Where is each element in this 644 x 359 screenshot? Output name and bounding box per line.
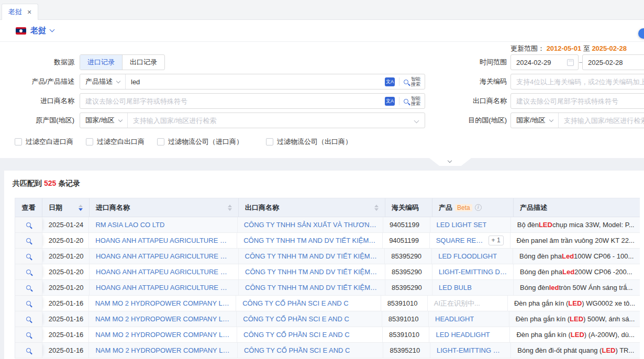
hs-code: 85395290 [385,280,432,295]
tab-laos[interactable]: 老挝 [2,4,38,20]
product-description: Bóng đèn đi-ốt phát quang (LED) TR... [511,343,640,358]
exporter-link[interactable]: CÔNG TY CỔ PHẦN SCI E AND C [243,331,350,339]
country-selector[interactable]: 老挝 [30,26,46,36]
destination-input[interactable] [559,113,644,128]
product-link[interactable]: HEADLIGHT [435,315,474,323]
view-record-icon[interactable] [26,222,31,227]
product-description: Đèn panel âm trần vuông 20W KT 22... [510,233,640,248]
importer-link[interactable]: HOANG ANH ATTAPEU AGRICULTURE DEVE... [95,237,230,244]
importer-link[interactable]: RM ASIA LAO CO LTD [95,221,164,229]
header-importer[interactable]: 进口商名称 [90,198,239,217]
chevron-down-icon [448,159,452,163]
importer-link[interactable]: NAM MO 2 HYDROPOWER COMPANY LIMI... [95,346,230,354]
checkbox-icon[interactable] [266,138,273,145]
filter-checkbox-row: 过滤空白进口商 过滤空白出口商 过滤物流公司（进口商） 过滤物流公司（出口商） [15,137,352,147]
origin-input[interactable] [128,113,415,128]
importer-link[interactable]: NAM MO 2 HYDROPOWER COMPANY LIMI... [95,315,230,323]
checkbox-filter-logistics-exporter[interactable]: 过滤物流公司（出口商） [266,137,352,147]
header-description: 产品描述 [514,198,640,217]
importer-link[interactable]: HOANG ANH ATTAPEU AGRICULTURE DEVE... [96,284,232,291]
view-record-icon[interactable] [26,332,31,337]
checkbox-icon[interactable] [86,138,93,145]
smart-search-button[interactable]: 智能 搜索 [404,96,425,106]
product-link[interactable]: LED FLOODLIGHT [438,252,497,260]
close-icon[interactable] [27,8,31,16]
exporter-link[interactable]: CÔNG TY CỔ PHẦN SCI E AND C [244,346,350,354]
sort-icon-date[interactable] [79,205,83,211]
floating-widget-button[interactable] [638,28,644,39]
table-header-row: 查看 日期 进口商名称 出口商名称 海关编码 产品 Beta 产品描述 [15,198,640,217]
info-icon[interactable] [475,204,482,211]
table-row: 2025-01-20 HOANG ANH ATTAPEU AGRICULTURE… [15,249,640,264]
hs-code-input[interactable] [511,74,644,89]
record-date: 2025-01-20 [42,264,90,279]
header-exporter[interactable]: 出口商名称 [239,198,385,217]
product-link[interactable]: LED BULB [439,284,472,291]
exporter-link[interactable]: CÔNG TY TNHH TM AND DV TIẾT KIỆM NĂ... [243,237,376,244]
product-link[interactable]: LIGHT-EMITTING DIO... [437,346,504,354]
view-record-icon[interactable] [26,238,31,243]
view-record-icon[interactable] [26,285,31,290]
table-row: 2025-01-16 NAM MO 2 HYDROPOWER COMPANY L… [15,343,640,358]
importer-search-box: 智能 搜索 [80,93,425,109]
view-record-icon[interactable] [26,317,31,321]
checkbox-icon[interactable] [157,138,164,145]
date-from-input[interactable] [511,55,567,70]
sort-icon-importer[interactable] [228,205,232,211]
product-search-input[interactable] [126,74,385,89]
exporter-input[interactable] [511,94,644,108]
exporter-link[interactable]: CÔNG TY TNHH TM AND DV TIẾT KIỆM NĂ... [245,284,379,291]
destination-select-box: 国家/地区 [510,113,644,128]
record-date: 2025-01-20 [42,233,89,248]
view-record-icon[interactable] [26,270,31,274]
importer-link[interactable]: HOANG ANH ATTAPEU AGRICULTURE DEVE... [96,268,232,276]
importer-label: 进口商名称 [0,93,74,109]
translate-icon[interactable] [385,77,395,86]
exporter-link[interactable]: CÔNG TY TNHH SẢN XUẤT VÀ THƯƠNG M... [244,221,376,229]
product-field-select[interactable]: 产品描述 [80,74,126,89]
date-to-picker[interactable] [582,54,644,70]
sort-icon-exporter[interactable] [374,205,379,211]
product-link[interactable]: LIGHT-EMITTING DIO... [439,268,507,276]
tab-export-records[interactable]: 出口记录 [122,55,164,70]
destination-type-select[interactable]: 国家/地区 [511,113,559,128]
checkbox-filter-blank-exporter[interactable]: 过滤空白出口商 [86,137,145,147]
more-products-badge[interactable]: + 1 [488,235,504,245]
checkbox-filter-blank-importer[interactable]: 过滤空白进口商 [15,137,73,147]
exporter-link[interactable]: CÔNG TY CỔ PHẦN SCI E AND C [243,315,349,323]
tab-bar: 老挝 [0,0,644,20]
exporter-link[interactable]: CÔNG TY TNHH TM AND DV TIẾT KIỆM NĂ... [245,268,379,276]
checkbox-icon[interactable] [15,138,22,145]
date-to-input[interactable] [583,55,644,70]
origin-type-select[interactable]: 国家/地区 [80,113,128,128]
product-link[interactable]: LED HEADLIGHT [436,331,490,339]
view-record-icon[interactable] [26,301,31,306]
smart-search-button[interactable]: 智能 搜索 [404,76,425,87]
importer-input[interactable] [80,94,385,108]
date-from-picker[interactable] [510,54,579,70]
importer-link[interactable]: NAM MO 2 HYDROPOWER COMPANY LIMI... [95,299,229,307]
product-link[interactable]: SQUARE RECESS... [436,237,485,244]
hs-code: 94051199 [383,217,430,232]
divider [399,77,399,86]
translate-icon[interactable] [385,97,395,106]
checkbox-filter-logistics-importer[interactable]: 过滤物流公司（进口商） [157,137,243,147]
exporter-search-box [510,93,644,109]
tab-import-records[interactable]: 进口记录 [80,55,122,70]
hs-code-label: 海关编码 [434,74,507,89]
importer-link[interactable]: HOANG ANH ATTAPEU AGRICULTURE DEVE... [96,252,232,260]
chevron-down-icon[interactable] [50,27,55,32]
exporter-link[interactable]: CÔNG TY CỔ PHẦN SCI E AND C [242,299,349,307]
chevron-down-icon [549,117,553,121]
view-record-icon[interactable] [26,254,31,259]
record-date: 2025-01-16 [42,311,89,327]
header-date[interactable]: 日期 [42,198,90,217]
header-view: 查看 [15,198,42,217]
view-record-icon[interactable] [26,348,31,353]
product-link[interactable]: LED LIGHT SET [437,221,487,229]
collapse-filter-button[interactable] [429,158,471,166]
exporter-link[interactable]: CÔNG TY TNHH TM AND DV TIẾT KIỆM NĂ... [245,252,379,260]
importer-link[interactable]: NAM MO 2 HYDROPOWER COMPANY LIMI... [95,331,230,339]
chevron-down-icon[interactable] [414,118,419,123]
origin-label: 原产国(地区) [0,113,74,128]
